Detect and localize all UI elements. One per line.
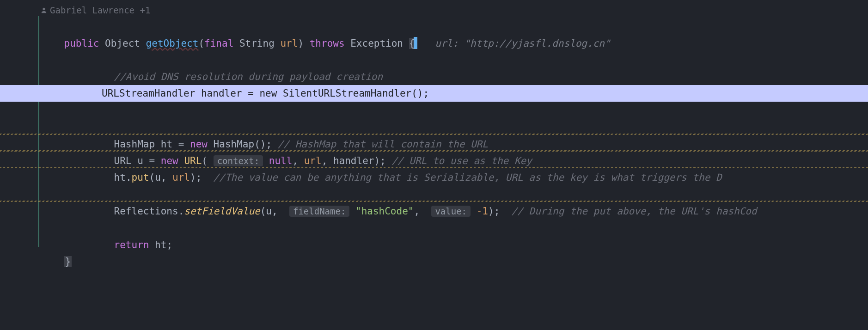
type-urlstreamhandler: URLStreamHandler <box>102 88 195 99</box>
class-reflections: Reflections <box>114 206 178 217</box>
text-cursor <box>414 37 417 49</box>
arg-u: u <box>266 206 272 217</box>
local-var-handler: handler <box>201 88 242 99</box>
type-string: String <box>239 38 275 49</box>
num-minus1: -1 <box>477 206 488 217</box>
comment-text: // During the put above, the URL's hashC… <box>512 206 757 217</box>
inlay-hint-value: value: <box>431 206 471 217</box>
code-line-close-brace[interactable]: } <box>0 237 868 287</box>
brace-close: } <box>64 256 72 267</box>
keyword-new: new <box>259 88 277 99</box>
ctor-silent: SilentURLStreamHandler <box>283 88 411 99</box>
person-icon <box>41 7 47 13</box>
arg-u: u <box>155 172 161 183</box>
warning-underline <box>0 167 868 168</box>
type-exception: Exception <box>350 38 403 49</box>
param-url: url <box>280 38 298 49</box>
string-hashcode: "hashCode" <box>355 206 414 217</box>
comment-text: //The value can be anything that is Seri… <box>214 172 722 183</box>
method-put: put <box>132 172 149 183</box>
highlighted-line[interactable]: URLStreamHandler handler = new SilentURL… <box>0 85 868 102</box>
inlay-hint-url: url: "http://yjasfl.dnslog.cn" <box>435 38 610 49</box>
warning-underline <box>0 134 868 135</box>
inlay-hint-fieldname: fieldName: <box>289 206 349 217</box>
svg-point-0 <box>43 8 45 10</box>
type-object: Object <box>105 38 140 49</box>
keyword-final: final <box>204 38 233 49</box>
author-name: Gabriel Lawrence +1 <box>50 2 150 18</box>
author-annotation[interactable]: Gabriel Lawrence +1 <box>41 2 150 18</box>
keyword-public: public <box>64 38 99 49</box>
method-setfieldvalue: setFieldValue <box>184 206 260 217</box>
warning-underline <box>0 201 868 202</box>
arg-url: url <box>172 172 190 183</box>
code-editor[interactable]: Gabriel Lawrence +1 public Object getObj… <box>0 0 868 330</box>
method-name: getObject <box>146 38 199 49</box>
obj-ht: ht <box>114 172 126 183</box>
warning-underline <box>0 150 868 152</box>
keyword-throws: throws <box>310 38 345 49</box>
